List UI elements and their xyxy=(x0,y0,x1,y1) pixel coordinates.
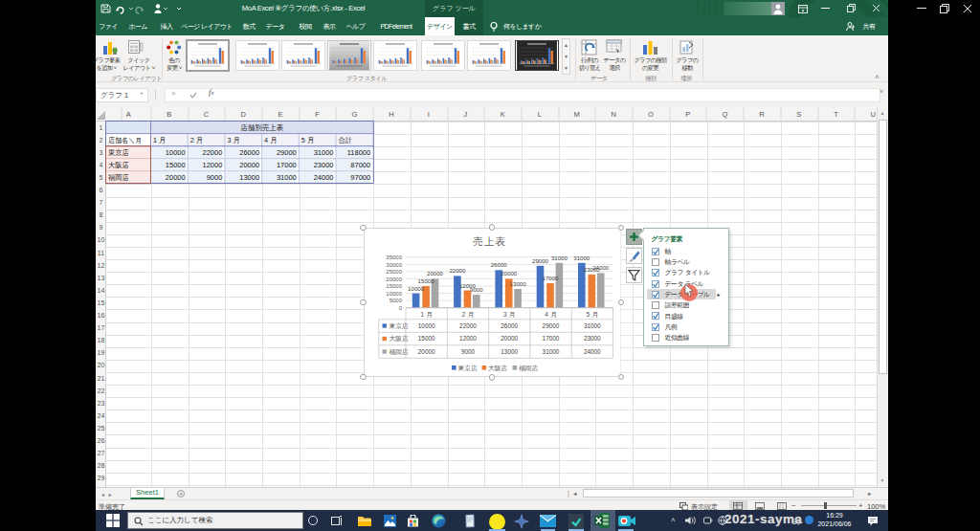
svg-text:13000: 13000 xyxy=(509,280,526,287)
svg-text:15000: 15000 xyxy=(417,335,434,342)
svg-text:23000: 23000 xyxy=(583,335,600,342)
svg-text:17000: 17000 xyxy=(542,275,559,281)
svg-text:17000: 17000 xyxy=(542,335,559,342)
svg-text:13000: 13000 xyxy=(501,348,518,355)
svg-text:15000: 15000 xyxy=(386,283,402,289)
svg-text:24000: 24000 xyxy=(592,264,610,271)
svg-text:10000: 10000 xyxy=(408,285,425,292)
svg-text:3 月: 3 月 xyxy=(502,311,515,319)
svg-text:31000: 31000 xyxy=(583,322,600,329)
svg-text:31000: 31000 xyxy=(573,254,590,261)
svg-text:26000: 26000 xyxy=(501,322,518,329)
svg-text:東京店: 東京店 xyxy=(457,365,478,372)
svg-text:26000: 26000 xyxy=(490,261,507,268)
svg-text:31000: 31000 xyxy=(542,348,559,355)
svg-text:12000: 12000 xyxy=(459,335,477,342)
svg-text:35000: 35000 xyxy=(386,254,402,260)
svg-text:4 月: 4 月 xyxy=(545,311,557,319)
svg-text:10000: 10000 xyxy=(386,291,402,297)
svg-text:20000: 20000 xyxy=(501,270,518,277)
svg-text:31000: 31000 xyxy=(550,254,568,261)
svg-text:20000: 20000 xyxy=(386,277,402,282)
svg-text:大阪店: 大阪店 xyxy=(488,365,508,372)
svg-text:10000: 10000 xyxy=(417,322,434,329)
svg-text:25000: 25000 xyxy=(386,269,402,275)
svg-text:5 月: 5 月 xyxy=(586,311,598,319)
svg-text:東京店: 東京店 xyxy=(389,322,409,330)
svg-text:福岡店: 福岡店 xyxy=(519,365,539,372)
svg-text:9000: 9000 xyxy=(460,348,475,355)
svg-text:24000: 24000 xyxy=(583,348,600,355)
svg-text:5000: 5000 xyxy=(389,298,402,303)
svg-text:9000: 9000 xyxy=(470,286,483,293)
svg-text:2 月: 2 月 xyxy=(461,311,474,319)
svg-text:30000: 30000 xyxy=(386,262,402,268)
svg-text:1 月: 1 月 xyxy=(420,311,433,319)
svg-text:29000: 29000 xyxy=(542,322,559,329)
svg-text:20000: 20000 xyxy=(501,335,518,342)
svg-text:22000: 22000 xyxy=(449,267,466,274)
svg-text:29000: 29000 xyxy=(532,257,549,264)
svg-text:15000: 15000 xyxy=(417,277,434,284)
svg-text:大阪店: 大阪店 xyxy=(389,335,409,343)
svg-text:20000: 20000 xyxy=(427,270,444,277)
svg-text:福岡店: 福岡店 xyxy=(389,348,409,356)
svg-text:22000: 22000 xyxy=(459,322,477,329)
svg-text:20000: 20000 xyxy=(417,348,434,355)
svg-text:売上表: 売上表 xyxy=(473,235,506,247)
